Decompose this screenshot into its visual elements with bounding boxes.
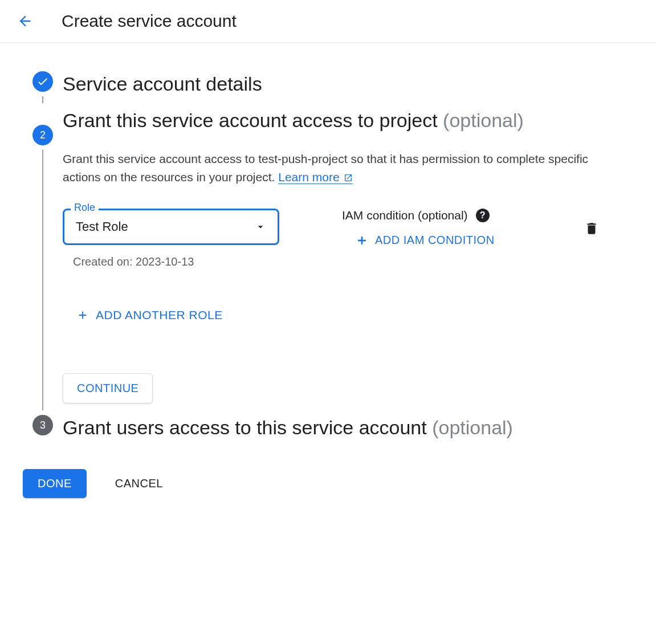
add-iam-label: ADD IAM CONDITION [375,234,495,247]
step-3-indicator: 3 [23,415,63,440]
done-label: DONE [38,477,72,490]
step-2-title-text: Grant this service account access to pro… [63,109,438,131]
role-select-value: Test Role [76,219,128,234]
step-1-indicator [23,71,63,108]
role-select-wrap: Role Test Role Created on: 2023-10-13 [63,209,279,268]
cancel-button[interactable]: CANCEL [115,477,163,490]
plus-icon [356,234,368,247]
delete-column [584,209,599,238]
iam-condition-column: IAM condition (optional) ? ADD IAM CONDI… [342,209,495,247]
step-1-check-circle [32,71,53,92]
caret-down-icon [255,221,266,233]
step-2-number: 2 [40,129,46,141]
role-row: Role Test Role Created on: 2023-10-13 IA… [63,209,633,268]
arrow-left-icon [17,13,33,29]
step-3-circle: 3 [32,415,53,435]
step-3-number: 3 [40,419,46,431]
step-2-optional-tag: (optional) [443,109,524,131]
add-role-label: ADD ANOTHER ROLE [96,308,223,322]
step-3-row: 3 Grant users access to this service acc… [23,415,633,440]
step-3-optional-tag: (optional) [432,417,513,438]
step-2-body: Grant this service account access to pro… [63,108,633,415]
continue-label: CONTINUE [77,382,138,394]
page-header: Create service account [0,0,656,43]
delete-role-button[interactable] [584,221,599,238]
step-2-description: Grant this service account access to tes… [63,150,598,186]
plus-icon [76,309,89,321]
step-2-indicator: 2 [23,108,63,415]
page-title: Create service account [62,11,237,31]
step-2-row: 2 Grant this service account access to p… [23,108,633,415]
step-2-title: Grant this service account access to pro… [63,108,633,133]
cancel-label: CANCEL [115,477,163,490]
role-select[interactable]: Test Role [63,209,279,245]
help-icon[interactable]: ? [476,209,490,222]
iam-condition-label: IAM condition (optional) [342,209,468,222]
step-3-title-text: Grant users access to this service accou… [63,417,427,438]
step-2-circle: 2 [32,125,53,145]
step-3-title: Grant users access to this service accou… [63,415,633,440]
step-3-body: Grant users access to this service accou… [63,415,633,440]
back-arrow-button[interactable] [17,13,33,29]
add-another-role-button[interactable]: ADD ANOTHER ROLE [76,308,633,322]
role-helper-text: Created on: 2023-10-13 [73,255,279,268]
check-icon [36,75,49,88]
step-1-row: Service account details [23,71,633,108]
footer-buttons: DONE CANCEL [23,469,633,498]
continue-button[interactable]: CONTINUE [63,373,153,403]
iam-condition-header: IAM condition (optional) ? [342,209,495,222]
role-field-label: Role [71,202,99,214]
done-button[interactable]: DONE [23,469,87,498]
add-iam-condition-button[interactable]: ADD IAM CONDITION [356,234,495,247]
trash-icon [584,221,599,236]
wizard-content: Service account details 2 Grant this ser… [0,43,656,521]
step-1-body: Service account details [63,71,633,108]
step-connector [42,150,43,410]
step-connector [42,96,43,103]
learn-more-link[interactable]: Learn more [278,170,353,184]
external-link-icon [344,173,353,182]
step-1-title: Service account details [63,71,633,96]
